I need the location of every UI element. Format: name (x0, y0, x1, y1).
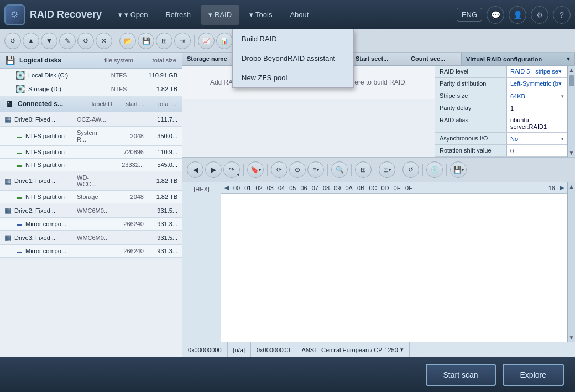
drive0-p2-start: 720896 (111, 149, 144, 155)
drive1-p1-start: 2048 (111, 194, 144, 200)
lt-sep-8 (446, 164, 447, 176)
dropdown-new-zfs[interactable]: New ZFS pool (233, 68, 353, 87)
toolbar-chart[interactable]: 📈 (198, 33, 215, 49)
account-button[interactable]: 👤 (509, 6, 526, 24)
lt-search[interactable]: 🔍 (331, 161, 348, 178)
nav-raid[interactable]: ▾ RAID (201, 5, 239, 25)
lt-sep-2 (267, 164, 268, 176)
logical-disk-c[interactable]: 💽 Local Disk (C:) NTFS 110.91 GB (0, 69, 182, 82)
scrollbar-up-arrow[interactable]: ▲ (568, 66, 575, 74)
lt-list[interactable]: ≡ ▾ (307, 161, 324, 178)
dropdown-drobo[interactable]: Drobo BeyondRAID assistant (233, 49, 353, 68)
raid-config-scrollbar[interactable]: ▲ ▼ (567, 66, 575, 157)
drive2-m1[interactable]: ▬ Mirror compo... 266240 931.3... (0, 218, 182, 231)
hex-scroll-down[interactable]: ▼ (568, 333, 575, 342)
drive0-p1[interactable]: ▬ NTFS partition System R... 2048 350.0.… (0, 127, 182, 146)
toolbar-save[interactable]: 💾 (138, 33, 154, 49)
toolbar-up-arrow[interactable]: ▲ (23, 33, 39, 49)
lt-refresh[interactable]: ↺ (402, 161, 419, 178)
config-raid-level-value[interactable]: RAID 5 - stripe se▾ (507, 66, 567, 77)
right-panel: Storage name Storage ID Start sect... Co… (182, 53, 575, 357)
status-offset1: 0x00000000 (182, 342, 228, 357)
drive0-p3-size: 545.0... (147, 161, 177, 168)
lt-grid[interactable]: ⊞ (355, 161, 372, 178)
lt-sync[interactable]: ⟳ (271, 161, 288, 178)
toolbar-close[interactable]: ✕ (96, 33, 112, 49)
drive1-p1[interactable]: ▬ NTFS partition Storage 2048 1.82 TB (0, 191, 182, 203)
logical-disk-d[interactable]: 💽 Storage (D:) NTFS 1.82 TB (0, 82, 182, 96)
lt-bookmark[interactable]: 🔖 ▾ (247, 161, 264, 178)
lt-history[interactable]: ⊙ (289, 161, 306, 178)
nav-refresh[interactable]: Refresh (158, 5, 198, 25)
nav-tools[interactable]: ▾ Tools (242, 5, 280, 25)
nav-about[interactable]: About (282, 5, 316, 25)
config-rotation-shift: Rotation shift value 0 (435, 145, 567, 157)
lt-copy[interactable]: ⊡ ▾ (379, 161, 395, 178)
nav-open[interactable]: ▾ ▾ Open (111, 5, 155, 25)
hex-next-page-icon[interactable]: ▶ (560, 184, 564, 191)
toolbar-export[interactable]: ⇥ (174, 33, 191, 49)
drive1-size: 1.82 TB (147, 177, 177, 184)
hex-scroll-up[interactable]: ▲ (568, 182, 575, 191)
toolbar-rotate-left[interactable]: ↺ (4, 33, 21, 49)
hex-0e: 0E (394, 185, 401, 191)
config-parity-dist: Parity distribution Left-Symmetric (b▾ (435, 78, 567, 90)
explore-button[interactable]: Explore (503, 364, 564, 386)
async-dropdown-icon: ▾ (561, 136, 564, 142)
lt-bookmark-arrow: ▾ (259, 168, 261, 173)
status-offset2: 0x00000000 (251, 342, 296, 357)
toolbar-edit[interactable]: ✎ (59, 33, 76, 49)
dropdown-build-raid[interactable]: Build RAID (233, 29, 353, 49)
lt-copy-arrow: ▾ (389, 168, 391, 173)
drive0-p1-start: 2048 (111, 133, 144, 139)
drive0-p2[interactable]: ▬ NTFS partition 720896 110.9... (0, 146, 182, 159)
virtual-raid-expand-icon[interactable]: ▾ (567, 55, 570, 62)
drive3-item[interactable]: ▦ Drive3: Fixed ... WMC6M0... 931.5... (0, 231, 182, 245)
tools-arrow-icon: ▾ (249, 11, 253, 19)
toolbar-layers[interactable]: ⊞ (156, 33, 172, 49)
scrollbar-thumb[interactable] (569, 75, 574, 86)
config-stripe-size: Stripe size 64KB ▾ (435, 90, 567, 102)
disk-d-size: 1.82 TB (139, 86, 177, 92)
size-col-label: total size (138, 57, 176, 64)
config-async-io-label: Asynchronous I/O (435, 133, 507, 144)
drive2-label: WMC6M0... (77, 207, 107, 214)
help-button[interactable]: ? (553, 6, 571, 24)
drive1-item[interactable]: ▦ Drive1: Fixed ... WD-WCC... 1.82 TB (0, 171, 182, 191)
lt-forward[interactable]: ▶ (205, 161, 222, 178)
toolbar-open-folder[interactable]: 📂 (119, 33, 136, 49)
lt-branch[interactable]: ↷ ▾ (223, 161, 240, 178)
nav-refresh-label: Refresh (165, 11, 191, 19)
toolbar-refresh[interactable]: ↺ (77, 33, 94, 49)
lt-back[interactable]: ◀ (187, 161, 203, 178)
hex-prev-page-icon[interactable]: ◀ (224, 184, 229, 191)
config-parity-dist-value[interactable]: Left-Symmetric (b▾ (507, 78, 567, 90)
hex-scrollbar[interactable]: ▲ ▼ (567, 182, 575, 342)
scrollbar-down-arrow[interactable]: ▼ (568, 149, 575, 157)
drive3-m1[interactable]: ▬ Mirror compo... 266240 931.3... (0, 245, 182, 258)
lt-disk[interactable]: 💿 (426, 161, 443, 178)
messages-button[interactable]: 💬 (487, 6, 504, 24)
toolbar-graph[interactable]: 📊 (216, 33, 233, 49)
drive2-item[interactable]: ▦ Drive2: Fixed ... WMC6M0... 931.5... (0, 203, 182, 218)
hex-08: 08 (323, 185, 330, 191)
status-encoding[interactable]: ANSI - Central European / CP-1250 ▾ (296, 342, 410, 357)
lt-sep-1 (243, 164, 244, 176)
toolbar-down-arrow[interactable]: ▼ (41, 33, 58, 49)
drive0-item[interactable]: ▦ Drive0: Fixed ... OCZ-AW... 111.7... (0, 112, 182, 127)
config-async-io-value[interactable]: No ▾ (507, 133, 567, 144)
hex-view-wrapper: [HEX] ◀ 00 01 02 03 04 05 06 (182, 182, 575, 357)
lt-save[interactable]: 💾 ▾ (450, 161, 467, 178)
drive0-p3[interactable]: ▬ NTFS partition 23332... 545.0... (0, 159, 182, 171)
settings-button[interactable]: ⚙ (531, 6, 548, 24)
config-stripe-size-value[interactable]: 64KB ▾ (507, 90, 567, 102)
hex-00: 00 (233, 185, 240, 191)
start-scan-button[interactable]: Start scan (426, 364, 496, 386)
nav-open-label: ▾ Open (124, 11, 148, 19)
lt-branch-arrow: ▾ (237, 173, 239, 177)
drive2-icon: ▦ (4, 206, 11, 215)
drive3-m1-icon: ▬ (17, 248, 22, 254)
language-selector[interactable]: ENG (457, 8, 482, 22)
hex-07: 07 (312, 185, 318, 191)
config-raid-alias-label: RAID alias (435, 114, 507, 132)
